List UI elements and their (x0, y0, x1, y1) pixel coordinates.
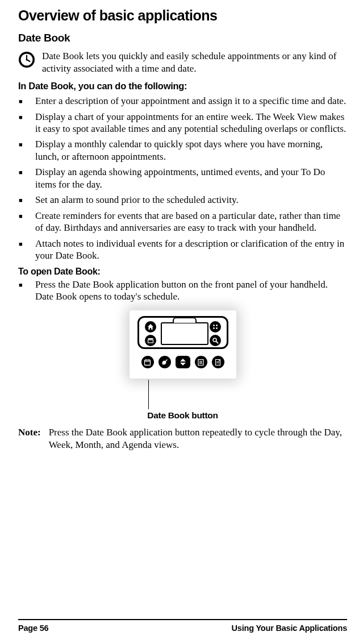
footer-section-title: Using Your Basic Applications (232, 624, 347, 633)
list-item-text: Set an alarm to sound prior to the sched… (35, 194, 347, 206)
calculator-icon (210, 321, 221, 333)
svg-marker-17 (180, 359, 186, 362)
list-item-text: Display an agenda showing appointments, … (35, 166, 347, 190)
bullet-icon: ■ (18, 279, 35, 291)
svg-point-10 (216, 327, 218, 329)
svg-point-8 (216, 325, 218, 326)
footer-page-number: Page 56 (18, 624, 48, 633)
list-item-text: Attach notes to individual events for a … (35, 238, 347, 262)
menu-icon (145, 335, 156, 346)
open-steps-list: ■Press the Date Book application button … (18, 279, 347, 303)
note-row: Note: Press the Date Book application bu… (18, 426, 347, 451)
graffiti-area (137, 316, 228, 349)
callout-line (148, 380, 149, 409)
hardware-buttons-row (137, 356, 228, 368)
note-label: Note: (18, 426, 41, 439)
list-item: ■Display a monthly calendar to quickly s… (18, 138, 347, 163)
page-footer: Page 56 Using Your Basic Applications (18, 619, 347, 633)
note-text: Press the Date Book application button r… (49, 426, 347, 451)
bullet-icon: ■ (18, 138, 35, 151)
list-item: ■Display an agenda showing appointments,… (18, 166, 347, 190)
list-item-text: Press the Date Book application button o… (35, 279, 347, 303)
subhead-can-do: In Date Book, you can do the following: (18, 81, 347, 92)
scroll-button-icon (176, 356, 190, 368)
list-item: ■Display a chart of your appointments fo… (18, 111, 347, 135)
device-figure (18, 310, 347, 379)
section-title-date-book: Date Book (18, 32, 347, 44)
list-item: ■Press the Date Book application button … (18, 279, 347, 303)
writing-area (161, 322, 208, 345)
device-illustration (130, 310, 236, 379)
todo-button-icon (195, 356, 207, 368)
svg-point-7 (213, 325, 215, 326)
list-item: ■Set an alarm to sound prior to the sche… (18, 194, 347, 206)
svg-marker-18 (180, 363, 186, 365)
svg-rect-13 (145, 360, 151, 365)
list-item: ■Enter a description of your appointment… (18, 95, 347, 107)
home-icon (145, 321, 156, 333)
find-icon (210, 335, 221, 346)
intro-row: Date Book lets you quickly and easily sc… (18, 50, 347, 75)
list-item: ■Attach notes to individual events for a… (18, 238, 347, 262)
list-item-text: Create reminders for events that are bas… (35, 210, 347, 234)
page-title: Overview of basic applications (18, 7, 347, 24)
svg-point-9 (213, 327, 215, 329)
bullet-icon: ■ (18, 95, 35, 107)
intro-text: Date Book lets you quickly and easily sc… (42, 50, 347, 75)
memo-button-icon (212, 356, 224, 368)
list-item-text: Enter a description of your appointment … (35, 95, 347, 107)
bullet-icon: ■ (18, 210, 35, 222)
bullet-icon: ■ (18, 111, 35, 123)
bullet-icon: ■ (18, 194, 35, 206)
bullet-icon: ■ (18, 166, 35, 178)
subhead-to-open: To open Date Book: (18, 267, 347, 277)
list-item-text: Display a monthly calendar to quickly sp… (35, 138, 347, 163)
notch (173, 317, 197, 323)
address-book-button-icon (158, 356, 171, 368)
list-item-text: Display a chart of your appointments for… (35, 111, 347, 135)
svg-line-12 (216, 342, 218, 343)
bullet-icon: ■ (18, 238, 35, 250)
date-book-button-icon (141, 356, 154, 368)
svg-rect-6 (148, 340, 153, 343)
clock-icon (18, 51, 35, 70)
callout-label: Date Book button (18, 410, 347, 421)
svg-rect-5 (148, 338, 153, 339)
capabilities-list: ■Enter a description of your appointment… (18, 95, 347, 262)
list-item: ■Create reminders for events that are ba… (18, 210, 347, 234)
svg-point-4 (26, 59, 27, 60)
page-body: Overview of basic applications Date Book… (0, 0, 363, 451)
